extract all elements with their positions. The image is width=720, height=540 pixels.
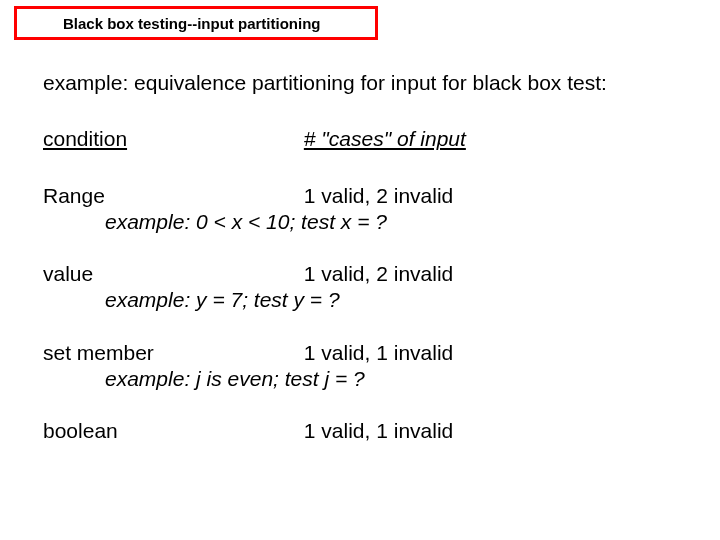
content: example: equivalence partitioning for in… — [43, 70, 670, 470]
column-headers: condition # "cases" of input — [43, 126, 670, 152]
example-line: example: 0 < x < 10; test x = ? — [43, 209, 670, 235]
row: boolean 1 valid, 1 invalid — [43, 418, 670, 444]
row: set member 1 valid, 1 invalid — [43, 340, 670, 366]
cases-value: 1 valid, 1 invalid — [304, 340, 453, 366]
cases-value: 1 valid, 2 invalid — [304, 183, 453, 209]
block-setmember: set member 1 valid, 1 invalid example: j… — [43, 340, 670, 393]
row: value 1 valid, 2 invalid — [43, 261, 670, 287]
intro-text: example: equivalence partitioning for in… — [43, 70, 670, 96]
condition-label: value — [43, 261, 298, 287]
block-range: Range 1 valid, 2 invalid example: 0 < x … — [43, 183, 670, 236]
example-line: example: y = 7; test y = ? — [43, 287, 670, 313]
cases-value: 1 valid, 1 invalid — [304, 418, 453, 444]
block-boolean: boolean 1 valid, 1 invalid — [43, 418, 670, 444]
header-condition: condition — [43, 126, 298, 152]
condition-label: boolean — [43, 418, 298, 444]
title-box: Black box testing--input partitioning — [14, 6, 378, 40]
block-value: value 1 valid, 2 invalid example: y = 7;… — [43, 261, 670, 314]
condition-label: Range — [43, 183, 298, 209]
condition-label: set member — [43, 340, 298, 366]
example-line: example: j is even; test j = ? — [43, 366, 670, 392]
header-cases: # "cases" of input — [304, 126, 466, 152]
title-text: Black box testing--input partitioning — [63, 15, 321, 32]
cases-value: 1 valid, 2 invalid — [304, 261, 453, 287]
row: Range 1 valid, 2 invalid — [43, 183, 670, 209]
